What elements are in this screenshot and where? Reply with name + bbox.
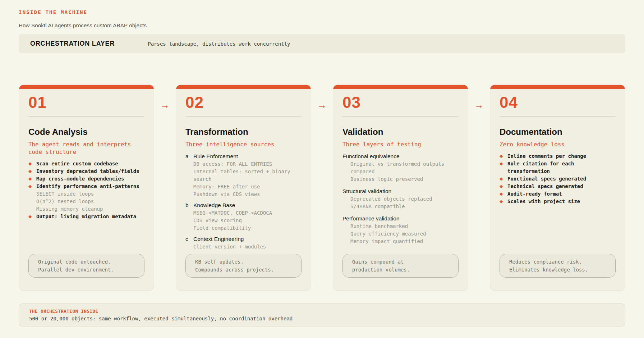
bullet-item-text: Scales with project size — [507, 198, 580, 205]
card-items-list: aRule EnforcementDB access: FOR ALL ENTR… — [185, 152, 302, 251]
bullet-item-text: Functional specs generated — [507, 175, 586, 183]
card-footnote-box: Reduces compliance risk. Eliminates know… — [500, 254, 616, 278]
card-title: Validation — [342, 127, 459, 137]
card-body: 04 Documentation Zero knowledge loss ◆In… — [490, 89, 625, 291]
diamond-bullet-icon: ◆ — [28, 183, 36, 190]
bullet-item-text: Rule citation for each transformation — [507, 160, 616, 175]
diamond-bullet-icon: ◆ — [500, 152, 507, 160]
diamond-bullet-icon: ◆ — [500, 183, 507, 190]
card-step-number: 02 — [185, 95, 302, 110]
lettered-item: bKnowledge Base — [185, 201, 302, 209]
diamond-bullet-icon: ◆ — [28, 160, 36, 168]
item-letter-label: b — [185, 201, 193, 209]
sub-item: Original vs transformed outputs compared — [342, 160, 459, 175]
group-heading: Structural validation — [342, 187, 459, 195]
bullet-item-text: Output: living migration metadata — [36, 213, 136, 220]
lettered-item: cContext Engineering — [185, 235, 302, 243]
bullet-item-text: Scan entire custom codebase — [36, 160, 118, 168]
bullet-item: ◆Identify performance anti-patterns — [28, 183, 144, 190]
card-footnote-box: KB self-updates. Compounds across projec… — [185, 254, 302, 278]
inside-the-machine-page: INSIDE THE MACHINE How Sookti AI agents … — [0, 0, 644, 338]
card-divider — [28, 117, 144, 117]
lettered-item-text: Rule Enforcement — [193, 152, 238, 160]
sub-item: SELECT inside loops — [28, 190, 144, 198]
bullet-item: ◆Audit-ready format — [500, 190, 616, 198]
diamond-bullet-icon: ◆ — [500, 175, 507, 183]
pipeline-cards-row: 01 Code Analysis The agent reads and int… — [19, 84, 625, 291]
item-letter-label: c — [185, 235, 193, 243]
card-step-number: 04 — [500, 95, 616, 110]
card-body: 01 Code Analysis The agent reads and int… — [19, 89, 154, 291]
pipeline-card: 03 Validation Three layers of testing Fu… — [333, 84, 468, 291]
sub-item: Business logic preserved — [342, 175, 459, 183]
sub-item: O(n^2) nested loops — [28, 198, 144, 205]
group-heading: Performance validation — [342, 215, 459, 222]
diamond-bullet-icon: ◆ — [28, 175, 36, 183]
card-accent-bar — [490, 85, 625, 89]
card-divider — [342, 117, 459, 117]
card-tagline: Three intelligence sources — [185, 141, 302, 148]
card-accent-bar — [19, 85, 154, 89]
card-items-list: ◆Inline comments per change◆Rule citatio… — [500, 152, 616, 205]
card-items-list: ◆Scan entire custom codebase◆Inventory d… — [28, 160, 144, 220]
right-arrow-icon: → — [317, 100, 327, 291]
diamond-bullet-icon: ◆ — [500, 198, 507, 205]
card-items-list: Functional equivalenceOriginal vs transf… — [342, 152, 459, 245]
sub-item: Memory: FREE after use — [185, 183, 302, 191]
bullet-item-text: Map cross-module dependencies — [36, 175, 124, 183]
card-body: 03 Validation Three layers of testing Fu… — [333, 89, 468, 291]
diamond-bullet-icon: ◆ — [28, 213, 36, 220]
card-accent-bar — [333, 85, 468, 89]
card-accent-bar — [176, 85, 311, 89]
bullet-item: ◆Scan entire custom codebase — [28, 160, 144, 168]
sub-item: Deprecated objects replaced — [342, 195, 459, 203]
card-step-number: 03 — [342, 95, 459, 110]
lettered-item-text: Context Engineering — [193, 235, 244, 243]
card-step-number: 01 — [28, 95, 144, 110]
card-divider — [185, 117, 302, 117]
lettered-item: aRule Enforcement — [185, 152, 302, 160]
section-subtitle: How Sookti AI agents process custom ABAP… — [19, 22, 625, 28]
orchestration-inside-bar: THE ORCHESTRATION INSIDE 500 or 20,000 o… — [19, 303, 625, 326]
bullet-item: ◆Inventory deprecated tables/fields — [28, 168, 144, 175]
sub-item: MSEG->MATDOC, COEP->ACDOCA — [185, 209, 302, 217]
card-title: Transformation — [185, 127, 302, 137]
orchestration-layer-bar: ORCHESTRATION LAYER Parses landscape, di… — [19, 34, 625, 53]
sub-item: DB access: FOR ALL ENTRIES — [185, 160, 302, 168]
right-arrow-icon: → — [474, 100, 484, 291]
sub-item: Internal tables: sorted + binary search — [185, 168, 302, 183]
diamond-bullet-icon: ◆ — [500, 190, 507, 198]
orchestration-inside-description: 500 or 20,000 objects: same workflow, ex… — [29, 316, 615, 321]
sub-item: Query efficiency measured — [342, 230, 459, 238]
bullet-item-text: Identify performance anti-patterns — [36, 183, 139, 190]
bullet-item: ◆Map cross-module dependencies — [28, 175, 144, 183]
bullet-item-text: Inline comments per change — [507, 152, 586, 160]
orchestration-layer-title: ORCHESTRATION LAYER — [30, 40, 115, 47]
sub-item: Missing memory cleanup — [28, 205, 144, 213]
sub-item: Pushdown via CDS views — [185, 191, 302, 198]
bullet-item: ◆Scales with project size — [500, 198, 616, 205]
pipeline-card: 04 Documentation Zero knowledge loss ◆In… — [490, 84, 625, 291]
sub-item: Memory impact quantified — [342, 238, 459, 245]
bullet-item: ◆Rule citation for each transformation — [500, 160, 616, 175]
sub-item: CDS view scoring — [185, 217, 302, 224]
bullet-item: ◆Inline comments per change — [500, 152, 616, 160]
right-arrow-icon: → — [160, 100, 170, 291]
card-tagline: Three layers of testing — [342, 141, 459, 148]
card-divider — [500, 117, 616, 117]
lettered-item-text: Knowledge Base — [193, 201, 235, 209]
flow-arrow-cell: → — [154, 84, 176, 291]
item-letter-label: a — [185, 152, 193, 160]
card-title: Documentation — [500, 127, 616, 137]
flow-arrow-cell: → — [311, 84, 333, 291]
diamond-bullet-icon: ◆ — [28, 168, 36, 175]
flow-arrow-cell: → — [468, 84, 490, 291]
bullet-item-text: Technical specs generated — [507, 183, 583, 190]
bullet-item-text: Inventory deprecated tables/fields — [36, 168, 139, 175]
section-eyebrow: INSIDE THE MACHINE — [19, 9, 625, 15]
card-footnote-box: Original code untouched. Parallel dev en… — [28, 254, 144, 278]
sub-item: S/4HANA compatible — [342, 203, 459, 210]
orchestration-layer-description: Parses landscape, distributes work concu… — [148, 41, 290, 47]
diamond-bullet-icon: ◆ — [500, 160, 507, 175]
group-heading: Functional equivalence — [342, 152, 459, 160]
